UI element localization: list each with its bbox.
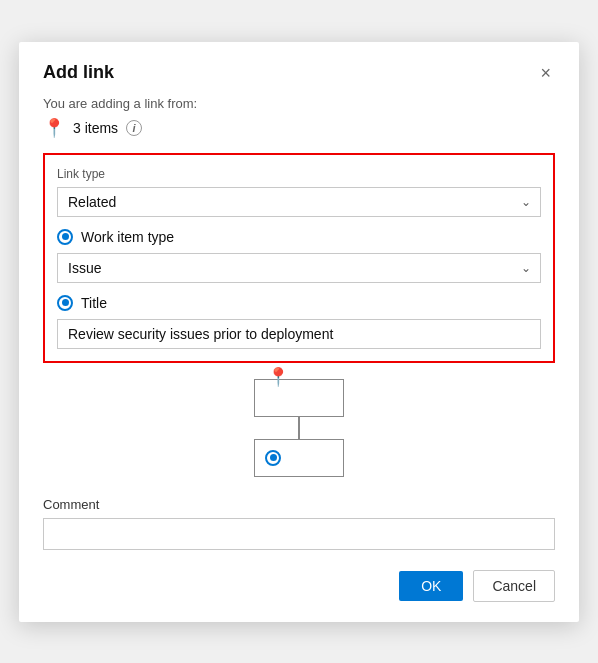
link-type-label: Link type: [57, 167, 541, 181]
dialog-title: Add link: [43, 62, 114, 83]
work-item-type-row: Work item type: [57, 229, 541, 245]
title-radio[interactable]: [57, 295, 73, 311]
diagram-vertical-line: [298, 417, 300, 439]
work-item-type-label: Work item type: [81, 229, 174, 245]
info-icon[interactable]: i: [126, 120, 142, 136]
diagram-connector: [298, 417, 300, 439]
work-item-type-select[interactable]: Issue Epic Feature Task Bug: [57, 253, 541, 283]
comment-input[interactable]: [43, 518, 555, 550]
items-count: 3 items: [73, 120, 118, 136]
diagram-bottom-box-row: [254, 439, 344, 477]
comment-label: Comment: [43, 497, 555, 512]
work-item-type-select-wrapper: Issue Epic Feature Task Bug ⌄: [57, 253, 541, 283]
diagram-radio-icon: [265, 450, 281, 466]
close-button[interactable]: ×: [536, 62, 555, 84]
link-type-section: Link type Related Parent Child Duplicate…: [43, 153, 555, 363]
cancel-button[interactable]: Cancel: [473, 570, 555, 602]
dialog-footer: OK Cancel: [43, 570, 555, 602]
pin-icon: 📍: [43, 117, 65, 139]
from-label: You are adding a link from:: [43, 96, 555, 111]
diagram-top-box-row: 📍: [254, 379, 344, 417]
diagram-source-box: 📍: [254, 379, 344, 417]
dialog-header: Add link ×: [43, 62, 555, 84]
add-link-dialog: Add link × You are adding a link from: 📍…: [19, 42, 579, 622]
link-diagram: 📍: [43, 379, 555, 477]
diagram-target-box: [254, 439, 344, 477]
work-item-type-radio[interactable]: [57, 229, 73, 245]
items-row: 📍 3 items i: [43, 117, 555, 139]
link-type-select-wrapper: Related Parent Child Duplicate Duplicate…: [57, 187, 541, 217]
title-label: Title: [81, 295, 107, 311]
comment-section: Comment: [43, 497, 555, 550]
title-input[interactable]: [57, 319, 541, 349]
ok-button[interactable]: OK: [399, 571, 463, 601]
link-type-select[interactable]: Related Parent Child Duplicate Duplicate…: [57, 187, 541, 217]
title-row: Title: [57, 295, 541, 311]
diagram-pin-icon: 📍: [267, 366, 289, 388]
